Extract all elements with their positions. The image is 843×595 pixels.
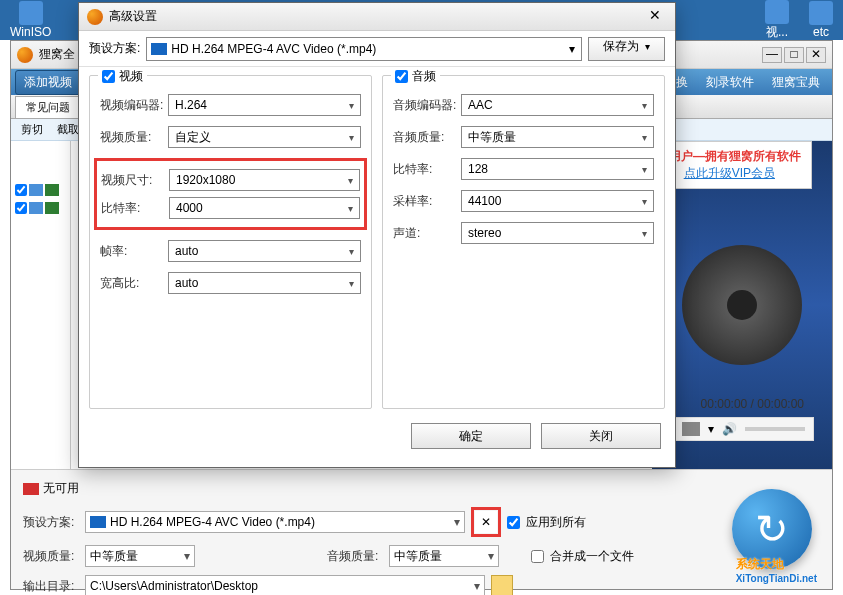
bottom-panel: 无可用 预设方案: HD H.264 MPEG-4 AVC Video (*.m…	[11, 469, 832, 589]
toolbar-link-burn[interactable]: 刻录软件	[698, 74, 762, 91]
dialog-titlebar: 高级设置 ✕	[79, 3, 675, 31]
video-aspect-select[interactable]: auto	[168, 272, 361, 294]
preset-select[interactable]: HD H.264 MPEG-4 AVC Video (*.mp4)	[85, 511, 465, 533]
close-button[interactable]: ✕	[806, 47, 826, 63]
status-text: 无可用	[43, 480, 79, 497]
audio-sample-select[interactable]: 44100	[461, 190, 654, 212]
audio-enable-checkbox[interactable]	[395, 70, 408, 83]
media-controls: ▾ 🔊	[673, 417, 814, 441]
video-file-icon	[29, 202, 43, 214]
video-bitrate-select[interactable]: 4000	[169, 197, 360, 219]
snapshot-icon[interactable]	[682, 422, 700, 436]
video-fps-label: 帧率:	[100, 243, 164, 260]
desktop-icon-video[interactable]: 视...	[765, 0, 789, 41]
audio-sample-label: 采样率:	[393, 193, 457, 210]
highlight-video-size-bitrate: 视频尺寸: 1920x1080 比特率: 4000	[94, 158, 367, 230]
dialog-title: 高级设置	[109, 8, 157, 25]
toolbar-link-treasure[interactable]: 狸窝宝典	[764, 74, 828, 91]
video-codec-select[interactable]: H.264	[168, 94, 361, 116]
tree-check-2[interactable]	[15, 202, 27, 214]
dialog-footer: 确定 关闭	[79, 417, 675, 455]
advanced-settings-dialog: 高级设置 ✕ 预设方案: HD H.264 MPEG-4 AVC Video (…	[78, 2, 676, 468]
preset-label: 预设方案:	[23, 514, 79, 531]
audio-bitrate-select[interactable]: 128	[461, 158, 654, 180]
merge-label: 合并成一个文件	[550, 548, 634, 565]
audio-quality-label: 音频质量:	[393, 129, 457, 146]
preset-format-icon	[90, 516, 106, 528]
app-logo-icon	[17, 47, 33, 63]
tab-faq[interactable]: 常见问题	[15, 96, 81, 118]
audio-quality-select[interactable]: 中等质量	[461, 126, 654, 148]
apply-all-label: 应用到所有	[526, 514, 586, 531]
video-enable-checkbox[interactable]	[102, 70, 115, 83]
output-dir-select[interactable]: C:\Users\Administrator\Desktop	[85, 575, 485, 595]
video-size-select[interactable]: 1920x1080	[169, 169, 360, 191]
apply-all-checkbox[interactable]	[507, 516, 520, 529]
video-file-icon	[45, 184, 59, 196]
dialog-icon	[87, 9, 103, 25]
promo-line1: IP用户—拥有狸窝所有软件	[658, 148, 801, 165]
audio-channel-select[interactable]: stereo	[461, 222, 654, 244]
film-reel-icon	[682, 245, 802, 365]
save-as-button[interactable]: 保存为	[588, 37, 665, 61]
tree-item-1[interactable]	[11, 181, 70, 199]
minimize-button[interactable]: —	[762, 47, 782, 63]
add-video-button[interactable]: 添加视频	[15, 70, 81, 95]
dialog-preset-label: 预设方案:	[89, 40, 140, 57]
video-bitrate-label: 比特率:	[101, 200, 165, 217]
video-fieldset: 视频 视频编码器: H.264 视频质量: 自定义 视频尺寸: 1920x108…	[89, 75, 372, 409]
audio-fieldset: 音频 音频编码器: AAC 音频质量: 中等质量 比特率: 128 采样率: 4…	[382, 75, 665, 409]
dialog-preset-select[interactable]: HD H.264 MPEG-4 AVC Video (*.mp4)	[146, 37, 582, 61]
audio-codec-label: 音频编码器:	[393, 97, 457, 114]
advanced-settings-button[interactable]: ✕	[475, 511, 497, 533]
audio-legend: 音频	[412, 68, 436, 85]
promo-upgrade-link[interactable]: 点此升级VIP会员	[658, 165, 801, 182]
tree-check-1[interactable]	[15, 184, 27, 196]
maximize-button[interactable]: □	[784, 47, 804, 63]
time-display: 00:00:00 / 00:00:00	[701, 397, 804, 411]
merge-checkbox[interactable]	[531, 550, 544, 563]
left-tree-panel	[11, 141, 71, 469]
video-fps-select[interactable]: auto	[168, 240, 361, 262]
video-legend: 视频	[119, 68, 143, 85]
app-title: 狸窝全	[39, 46, 75, 63]
snapshot-dropdown-icon[interactable]: ▾	[708, 422, 714, 436]
watermark: 系统天地 XiTongTianDi.net	[736, 556, 817, 584]
video-quality-select[interactable]: 自定义	[168, 126, 361, 148]
audio-bitrate-label: 比特率:	[393, 161, 457, 178]
browse-folder-button[interactable]	[491, 575, 513, 595]
desktop-icon-etc[interactable]: etc	[809, 1, 833, 39]
audio-channel-label: 声道:	[393, 225, 457, 242]
video-codec-label: 视频编码器:	[100, 97, 164, 114]
video-quality-select[interactable]: 中等质量	[85, 545, 195, 567]
highlight-tools-button: ✕	[471, 507, 501, 537]
video-quality-label: 视频质量:	[23, 548, 79, 565]
audio-quality-select[interactable]: 中等质量	[389, 545, 499, 567]
ok-button[interactable]: 确定	[411, 423, 531, 449]
close-button[interactable]: 关闭	[541, 423, 661, 449]
tree-item-2[interactable]	[11, 199, 70, 217]
preset-format-icon	[151, 43, 167, 55]
volume-slider[interactable]	[745, 427, 805, 431]
audio-quality-label: 音频质量:	[327, 548, 383, 565]
video-aspect-label: 宽高比:	[100, 275, 164, 292]
video-file-icon	[45, 202, 59, 214]
volume-icon[interactable]: 🔊	[722, 422, 737, 436]
output-dir-label: 输出目录:	[23, 578, 79, 595]
video-file-icon	[29, 184, 43, 196]
desktop-icon-winiso[interactable]: WinISO	[10, 1, 51, 39]
subtab-cut[interactable]: 剪切	[15, 120, 49, 139]
video-quality-label: 视频质量:	[100, 129, 164, 146]
audio-codec-select[interactable]: AAC	[461, 94, 654, 116]
dialog-close-button[interactable]: ✕	[643, 7, 667, 27]
dialog-preset-row: 预设方案: HD H.264 MPEG-4 AVC Video (*.mp4) …	[79, 31, 675, 67]
video-size-label: 视频尺寸:	[101, 172, 165, 189]
rec-icon	[23, 483, 39, 495]
